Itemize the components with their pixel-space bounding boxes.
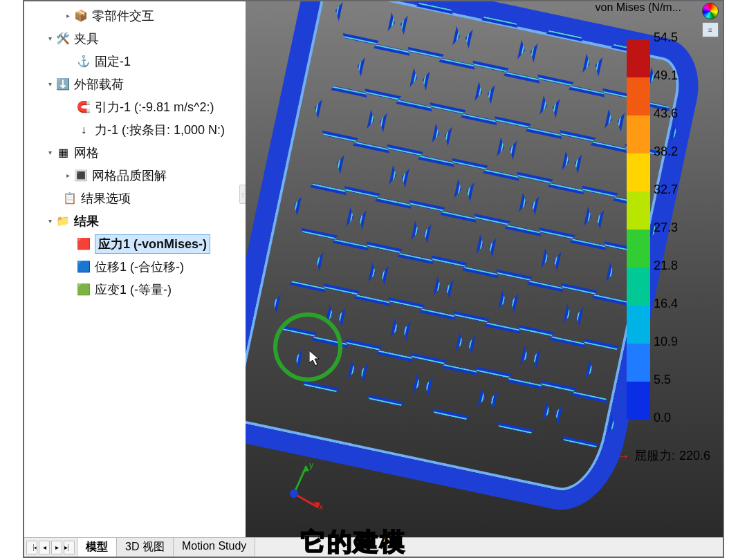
prev-tab-icon[interactable]: ◂ bbox=[39, 541, 50, 554]
fixture-icon: 🛠️ bbox=[56, 32, 70, 46]
displacement-plot-icon: 🟦 bbox=[77, 260, 91, 274]
legend-tick: 54.5 bbox=[654, 30, 692, 68]
tree-label: 网格品质图解 bbox=[92, 167, 167, 184]
cube-icon: 📦 bbox=[74, 9, 88, 23]
mesh-icon: ▦ bbox=[56, 146, 70, 160]
svg-line-1 bbox=[294, 494, 318, 507]
force-icon: ↓ bbox=[77, 123, 91, 137]
panel-collapse-handle[interactable]: ⋮ bbox=[239, 185, 246, 204]
tree-label: 网格 bbox=[74, 144, 99, 161]
options-icon: 📋 bbox=[63, 192, 77, 205]
svg-text:y: y bbox=[309, 460, 313, 470]
legend-tick: 38.2 bbox=[654, 144, 692, 183]
legend-tick: 49.1 bbox=[654, 68, 692, 106]
mesh-quality-icon: 🔳 bbox=[74, 169, 88, 183]
tree-item-fixed[interactable]: ⚓ 固定-1 bbox=[24, 50, 246, 73]
feature-tree[interactable]: ▸ 📦 零部件交互 ▾ 🛠️ 夹具 ⚓ 固定-1 ▾ ⬇️ 外部载荷 🧲 引力-… bbox=[24, 1, 246, 537]
caret-right-icon: ▸ bbox=[63, 171, 73, 180]
arrow-right-icon: → bbox=[616, 448, 630, 464]
tab-3d-view[interactable]: 3D 视图 bbox=[117, 538, 174, 557]
tree-label: 力-1 (:按条目: 1,000 N:) bbox=[95, 122, 225, 138]
gravity-icon: 🧲 bbox=[77, 100, 91, 114]
svg-marker-0 bbox=[309, 351, 319, 366]
caret-down-icon: ▾ bbox=[45, 34, 55, 44]
svg-text:x: x bbox=[319, 502, 323, 511]
tree-item-mesh-quality[interactable]: ▸ 🔳 网格品质图解 bbox=[24, 164, 246, 187]
caret-down-icon: ▾ bbox=[45, 216, 55, 226]
legend-tick: 10.9 bbox=[654, 335, 692, 373]
legend-title: von Mises (N/m... bbox=[596, 1, 681, 14]
cursor-icon bbox=[309, 351, 322, 371]
color-bar[interactable] bbox=[627, 39, 650, 420]
anchor-icon: ⚓ bbox=[77, 55, 91, 68]
yield-strength-label: → 屈服力: 220.6 bbox=[616, 447, 710, 464]
coordinate-triad[interactable]: x y bbox=[280, 456, 335, 511]
first-tab-icon[interactable]: ⎹◂ bbox=[26, 541, 37, 554]
last-tab-icon[interactable]: ▸⎸ bbox=[64, 541, 75, 554]
caret-down-icon: ▾ bbox=[45, 80, 55, 89]
legend-tick: 16.4 bbox=[654, 297, 692, 335]
tree-label: 应变1 (-等量-) bbox=[95, 281, 172, 298]
tree-item-mesh[interactable]: ▾ ▦ 网格 bbox=[24, 141, 246, 164]
tree-item-result-options[interactable]: 📋 结果选项 bbox=[24, 187, 246, 209]
graphics-viewport[interactable]: von Mises (N/m... ≡ 54.549.143.638.232.7… bbox=[246, 1, 723, 537]
legend-tick: 5.5 bbox=[654, 373, 692, 411]
tree-label: 固定-1 bbox=[95, 53, 131, 70]
tree-item-stress[interactable]: 🟥 应力1 (-vonMises-) bbox=[24, 232, 246, 255]
tree-item-results[interactable]: ▾ 📁 结果 bbox=[24, 209, 246, 232]
caret-down-icon: ▾ bbox=[45, 148, 55, 158]
legend-tick: 27.3 bbox=[654, 221, 692, 259]
tree-item-fixtures[interactable]: ▾ 🛠️ 夹具 bbox=[24, 27, 246, 50]
cursor-highlight-ring bbox=[273, 312, 342, 382]
results-icon: 📁 bbox=[56, 214, 70, 228]
yield-value: 220.6 bbox=[679, 449, 710, 463]
tree-item-gravity[interactable]: 🧲 引力-1 (:-9.81 m/s^2:) bbox=[24, 95, 246, 118]
legend-tick: 43.6 bbox=[654, 106, 692, 144]
yield-label: 屈服力: bbox=[634, 447, 675, 464]
tree-item-part-interact[interactable]: ▸ 📦 零部件交互 bbox=[24, 4, 246, 27]
legend-tick: 21.8 bbox=[654, 259, 692, 297]
tree-item-displacement[interactable]: 🟦 位移1 (-合位移-) bbox=[24, 255, 246, 278]
tree-label: 零部件交互 bbox=[92, 8, 154, 24]
tree-item-strain[interactable]: 🟩 应变1 (-等量-) bbox=[24, 278, 246, 301]
tree-label: 位移1 (-合位移-) bbox=[95, 259, 184, 275]
caret-right-icon: ▸ bbox=[63, 11, 73, 21]
tree-label: 引力-1 (:-9.81 m/s^2:) bbox=[95, 99, 214, 115]
tree-label: 夹具 bbox=[74, 30, 99, 47]
tree-label: 外部载荷 bbox=[74, 76, 124, 93]
legend-options-icon[interactable]: ≡ bbox=[702, 22, 719, 37]
tree-label: 应力1 (-vonMises-) bbox=[95, 234, 210, 254]
legend-tick: 32.7 bbox=[654, 183, 692, 221]
tree-item-external-loads[interactable]: ▾ ⬇️ 外部载荷 bbox=[24, 73, 246, 95]
color-bar-ticks: 54.549.143.638.232.727.321.816.410.95.50… bbox=[654, 30, 692, 449]
appearance-globe-icon[interactable] bbox=[702, 3, 719, 19]
tab-motion-study[interactable]: Motion Study bbox=[174, 538, 255, 557]
tree-label: 结果 bbox=[74, 213, 99, 230]
next-tab-icon[interactable]: ▸ bbox=[51, 541, 62, 554]
strain-plot-icon: 🟩 bbox=[77, 283, 91, 297]
load-icon: ⬇️ bbox=[56, 77, 70, 91]
stress-plot-icon: 🟥 bbox=[77, 237, 91, 251]
tree-label: 结果选项 bbox=[81, 190, 131, 207]
legend-tick: 0.0 bbox=[654, 411, 692, 449]
bottom-tab-bar[interactable]: ⎹◂ ◂ ▸ ▸⎸ 模型 3D 视图 Motion Study 它的建模 bbox=[24, 537, 723, 557]
tab-model[interactable]: 模型 bbox=[77, 538, 117, 557]
tree-item-force[interactable]: ↓ 力-1 (:按条目: 1,000 N:) bbox=[24, 118, 246, 141]
tab-nav-controls[interactable]: ⎹◂ ◂ ▸ ▸⎸ bbox=[24, 538, 77, 557]
video-subtitle: 它的建模 bbox=[301, 525, 406, 559]
svg-point-7 bbox=[290, 489, 298, 498]
